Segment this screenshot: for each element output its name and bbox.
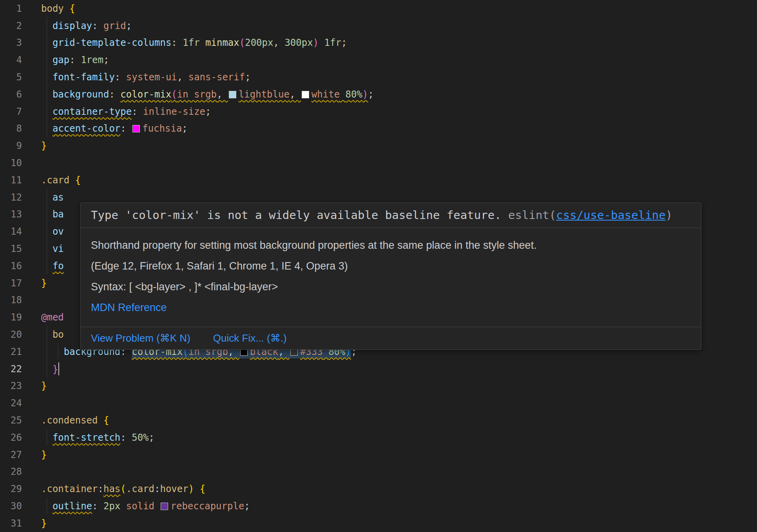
line-number: 22 [0,364,22,375]
code-token: system-ui [126,72,177,83]
diagnostic-row: Type 'color-mix' is not a widely availab… [81,203,701,228]
code-token: grid-template-columns [53,37,171,48]
code-line[interactable]: 22 } [0,360,757,378]
quick-fix-action[interactable]: Quick Fix... (⌘.) [213,332,287,344]
code-token: .card [41,175,69,186]
line-content: .condensed { [22,415,109,426]
code-token [64,3,69,14]
code-token: 1fr [183,37,199,48]
code-token: ( [171,89,177,100]
code-token: gap [53,54,69,65]
line-content: } [22,362,59,375]
code-line[interactable]: 11.card { [0,172,757,189]
code-token: { [103,415,109,426]
code-token: : [69,54,81,65]
code-token: vi [53,243,64,254]
mdn-reference-link[interactable]: MDN Reference [91,302,167,313]
code-line[interactable]: 3 grid-template-columns: 1fr minmax(200p… [0,34,757,52]
color-swatch [229,91,236,98]
code-token: { [75,175,81,186]
code-token: sans-serif [188,72,245,83]
hover-tooltip: Type 'color-mix' is not a widely availab… [80,203,701,350]
code-token: } [41,278,47,289]
code-token [98,415,103,426]
code-line[interactable]: 9} [0,137,757,154]
code-token: : [92,20,103,31]
line-content: background: color-mix(in srgb, lightblue… [22,89,374,100]
warning-squiggle-range: color-mix(in srgb, lightblue, white 80%) [120,89,368,100]
diagnostic-text: Type 'color-mix' is not a widely availab… [91,208,502,222]
code-line[interactable]: 30 outline: 2px solid rebeccapurple; [0,498,757,515]
code-token: ; [126,20,132,31]
view-problem-action[interactable]: View Problem (⌘K N) [91,332,190,344]
code-line[interactable]: 8 accent-color: fuchsia; [0,120,757,138]
code-token: font-stretch [53,432,120,443]
code-token: ) [313,37,319,48]
code-token: } [41,449,47,460]
code-token: } [41,140,47,151]
code-token: outline [53,501,92,512]
code-token: as [53,192,64,203]
diagnostic-source: eslint( [502,208,556,222]
code-token: : [120,123,132,134]
code-line[interactable]: 4 gap: 1rem; [0,51,757,69]
line-number: 14 [0,226,22,237]
code-token: container-type [53,106,132,117]
line-content: ov [22,226,64,237]
line-number: 28 [0,466,22,477]
indent-guide [47,189,47,275]
line-number: 19 [0,312,22,323]
code-token: white [301,89,340,100]
line-number: 9 [0,140,22,151]
code-token: ; [341,37,347,48]
code-line[interactable]: 6 background: color-mix(in srgb, lightbl… [0,86,757,103]
line-content: outline: 2px solid rebeccapurple; [22,501,250,512]
indent-guide [58,343,58,360]
line-number: 24 [0,398,22,409]
code-token: } [41,380,47,391]
code-line[interactable]: 5 font-family: system-ui, sans-serif; [0,69,757,86]
code-line[interactable]: 26 font-stretch: 50%; [0,429,757,446]
code-line[interactable]: 27} [0,446,757,463]
code-token: font-family [53,72,115,83]
code-token: 200px [245,37,273,48]
line-number: 21 [0,346,22,357]
line-number: 18 [0,295,22,306]
code-token: .card [126,483,154,494]
color-swatch [302,91,309,98]
code-editor[interactable]: 1body {2 display: grid;3 grid-template-c… [0,0,757,532]
code-line[interactable]: 23} [0,378,757,395]
code-token: , [177,72,188,83]
code-token: ; [205,106,211,117]
diagnostic-code-link[interactable]: css/use-baseline [556,208,665,222]
code-token: rebeccapurple [160,501,244,512]
code-token: : [132,106,143,117]
line-content: grid-template-columns: 1fr minmax(200px,… [22,37,347,48]
code-token: ov [53,226,64,237]
code-line[interactable]: 1body { [0,0,757,17]
line-number: 15 [0,243,22,254]
code-token [319,37,324,48]
code-line[interactable]: 7 container-type: inline-size; [0,103,757,120]
code-token: : [154,483,160,494]
code-token: 80% [346,89,362,100]
line-number: 20 [0,329,22,340]
code-line[interactable]: 10 [0,154,757,172]
code-token: fo [53,261,64,271]
indent-guide [47,498,47,515]
line-content: as [22,192,64,203]
code-line[interactable]: 2 display: grid; [0,17,757,34]
code-token: bo [53,329,64,340]
code-token: accent-color [53,123,120,134]
code-line[interactable]: 28 [0,463,757,481]
code-line[interactable]: 25.condensed { [0,412,757,429]
color-swatch [132,125,140,132]
warning-squiggle-range: fo [53,261,64,271]
code-line[interactable]: 31} [0,515,757,532]
code-line[interactable]: 29.container:has(.card:hover) { [0,480,757,498]
line-content: } [22,518,47,529]
code-token: 50% [132,432,149,443]
code-token: ) [188,483,194,494]
code-line[interactable]: 24 [0,394,757,412]
hover-docs: Shorthand property for setting most back… [81,228,701,327]
